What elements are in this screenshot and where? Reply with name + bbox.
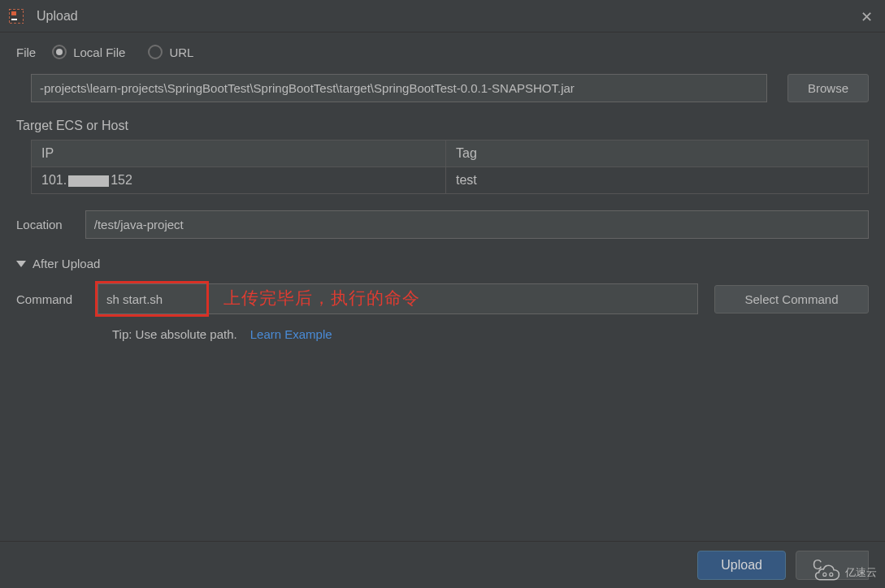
dialog-content: File Local File URL Browse Target ECS or… <box>0 32 885 353</box>
cell-ip: 101.152 <box>32 167 446 193</box>
target-table: IP Tag 101.152 test <box>31 140 869 194</box>
location-label: Location <box>16 218 63 231</box>
file-source-radio-group: Local File URL <box>52 45 193 59</box>
tip-text: Tip: Use absolute path. <box>112 327 237 341</box>
ip-suffix: 152 <box>111 173 132 187</box>
cloud-icon <box>814 564 840 582</box>
title-bar: Upload ✕ <box>0 0 885 32</box>
after-upload-label: After Upload <box>33 257 100 270</box>
location-row: Location <box>16 210 869 239</box>
file-label: File <box>16 45 36 59</box>
watermark: 亿速云 <box>814 564 877 582</box>
intellij-icon <box>8 8 24 24</box>
after-upload-header[interactable]: After Upload <box>16 257 869 270</box>
radio-url-label: URL <box>169 45 193 59</box>
radio-local-file-label: Local File <box>73 45 125 59</box>
dialog-footer: Upload C <box>0 541 885 588</box>
cell-tag: test <box>446 167 868 193</box>
close-icon[interactable]: ✕ <box>861 8 873 26</box>
col-tag: Tag <box>446 141 868 166</box>
tip-row: Tip: Use absolute path. Learn Example <box>16 327 869 341</box>
radio-selected-icon <box>52 45 67 59</box>
svg-point-3 <box>823 573 826 576</box>
table-header: IP Tag <box>32 141 868 167</box>
table-row[interactable]: 101.152 test <box>32 167 868 193</box>
file-path-row: Browse <box>16 74 869 102</box>
location-input[interactable] <box>85 210 869 239</box>
select-command-button[interactable]: Select Command <box>714 285 869 313</box>
file-source-row: File Local File URL <box>16 45 869 59</box>
dialog-title: Upload <box>37 9 78 24</box>
radio-local-file[interactable]: Local File <box>52 45 125 59</box>
svg-rect-0 <box>9 9 24 24</box>
col-ip: IP <box>32 141 446 166</box>
radio-unselected-icon <box>148 45 163 59</box>
svg-point-4 <box>830 573 833 576</box>
target-label: Target ECS or Host <box>16 119 869 133</box>
chevron-down-icon <box>16 261 26 267</box>
command-row: Command 上传完毕后，执行的命令 Select Command <box>16 283 869 314</box>
svg-rect-1 <box>11 11 16 15</box>
ip-prefix: 101. <box>41 173 67 187</box>
command-input-wrap: 上传完毕后，执行的命令 <box>98 283 698 314</box>
ip-masked <box>68 175 109 187</box>
upload-button[interactable]: Upload <box>697 551 786 580</box>
radio-url[interactable]: URL <box>148 45 193 59</box>
file-path-input[interactable] <box>31 74 767 102</box>
watermark-text: 亿速云 <box>845 565 877 580</box>
command-input[interactable] <box>98 283 698 314</box>
svg-rect-2 <box>11 19 17 20</box>
learn-example-link[interactable]: Learn Example <box>250 327 332 341</box>
command-label: Command <box>16 292 81 306</box>
browse-button[interactable]: Browse <box>787 74 869 102</box>
